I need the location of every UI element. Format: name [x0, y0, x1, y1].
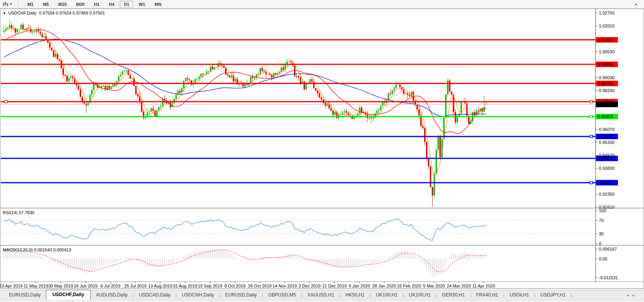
timeframe-button-m5[interactable]: M5: [39, 1, 53, 7]
date-tick-label[interactable]: 13 Aug 2019: [148, 284, 173, 288]
candle-body: [243, 84, 244, 87]
tab-ger30-h1[interactable]: GER30,H1: [437, 291, 470, 300]
candle-body: [32, 31, 33, 32]
level-price-tag-label: 0.96803: [597, 114, 613, 119]
date-tick-label[interactable]: 24 Mar 2020: [447, 284, 471, 288]
candle-body: [430, 167, 431, 187]
date-tick-label[interactable]: 9 Jan 2020: [348, 284, 370, 288]
candle-body: [378, 109, 380, 111]
date-tick-label[interactable]: 11 May 2019: [24, 284, 48, 288]
candle-body: [259, 68, 261, 75]
rsi-line: [4, 219, 486, 240]
tab-usdcnh-daily[interactable]: USDCNH,Daily: [177, 291, 219, 300]
macd-signal-line: [4, 249, 486, 272]
level-endpoint-marker[interactable]: [590, 182, 593, 184]
timeframe-button-m1[interactable]: M1: [24, 1, 37, 7]
tab-usdcad-daily[interactable]: USDCAD,Daily: [134, 291, 176, 300]
date-tick-label[interactable]: 25 Jul 2019: [124, 284, 147, 288]
candle-body: [392, 91, 393, 94]
tab-gbpusd-m5[interactable]: GBPUSD,M5: [263, 291, 301, 300]
tab-usdchf-daily[interactable]: USDCHF,Daily: [46, 290, 91, 300]
timeframe-button-mn[interactable]: MN: [151, 1, 165, 7]
candle-body: [290, 61, 292, 62]
candle-body: [139, 96, 140, 102]
candle-body: [62, 68, 64, 75]
date-tick-label[interactable]: 31 Aug 2019: [173, 284, 197, 288]
candle-body: [281, 67, 282, 72]
candle-body: [47, 40, 49, 43]
date-tick-label[interactable]: 23 Apr 2019: [0, 284, 23, 288]
candle-body: [451, 91, 452, 94]
timeframe-button-m30[interactable]: M30: [72, 1, 88, 7]
date-tick-label[interactable]: 8 Oct 2019: [224, 284, 246, 288]
timeframe-button-d1[interactable]: D1: [120, 1, 133, 7]
chart-window[interactable]: 1.012070.998000.987030.976580.968030.956…: [0, 9, 644, 289]
date-tick-label[interactable]: 3 Dec 2019: [299, 284, 321, 288]
candle-body: [13, 28, 15, 29]
scroll-up-icon[interactable]: ▲: [634, 2, 638, 6]
level-endpoint-marker[interactable]: [590, 115, 593, 118]
tab-eurusd-daily[interactable]: EURUSD,Daily: [4, 291, 46, 300]
price-chart-svg[interactable]: 1.012070.998000.987030.976580.968030.956…: [0, 9, 644, 289]
candle-body: [110, 86, 112, 89]
candle-body: [225, 68, 227, 75]
candle-body: [55, 54, 57, 57]
level-endpoint-marker[interactable]: [590, 135, 593, 138]
candle-body: [114, 84, 116, 85]
timeframe-button-h1[interactable]: H1: [90, 1, 103, 7]
timeframe-button-w1[interactable]: W1: [135, 1, 149, 7]
symbol-dropdown-icon[interactable]: ▼: [3, 11, 6, 15]
date-tick-label[interactable]: 30 May 2019: [48, 284, 73, 288]
date-tick-label[interactable]: 14 Nov 2019: [272, 284, 297, 288]
date-tick-label[interactable]: 18 Jun 2019: [74, 284, 98, 288]
tab-hk50-h1[interactable]: HK50,H1: [340, 291, 370, 300]
tab-uk100-h1-2[interactable]: UK100,H1: [404, 291, 436, 300]
candle-body: [346, 111, 347, 113]
candle-body: [252, 77, 254, 78]
date-tick-label[interactable]: 26 Oct 2019: [248, 284, 272, 288]
date-tick-label[interactable]: 11 Apr 2020: [472, 284, 495, 288]
tab-scroll-arrows[interactable]: ◂▸: [627, 293, 639, 297]
level-endpoint-marker[interactable]: [5, 100, 7, 103]
candle-body: [288, 61, 290, 62]
candle-body: [210, 67, 212, 71]
tab-usoil-h1[interactable]: USOil,H1: [504, 291, 534, 300]
date-tick-label[interactable]: 21 Dec 2019: [322, 284, 347, 288]
date-tick-label[interactable]: 28 Jan 2020: [372, 284, 396, 288]
date-tick-label[interactable]: 6 Jul 2019: [100, 284, 120, 288]
candle-body: [296, 76, 297, 76]
candle-body: [332, 110, 334, 115]
chart-symbol-label: USDCHF,Daily: [8, 11, 36, 15]
level-price-tag-label: 0.98703: [597, 81, 613, 86]
tab-eurusd-daily-2[interactable]: EURUSD,Daily: [220, 291, 262, 300]
candle-body: [370, 117, 372, 118]
timeframe-button-h4[interactable]: H4: [105, 1, 118, 7]
candle-body: [344, 111, 345, 112]
candle-body: [304, 82, 305, 89]
candle-body: [434, 174, 435, 196]
price-tick-label: 1.02750: [599, 11, 615, 15]
tab-uk100-h1[interactable]: UK100,H1: [371, 291, 403, 300]
date-tick-label[interactable]: 19 Sep 2019: [198, 284, 222, 288]
candle-body: [269, 74, 271, 75]
date-tick-label[interactable]: 15 Feb 2020: [397, 284, 421, 288]
timeframe-button-m15[interactable]: M15: [54, 1, 70, 7]
rsi-tick-label: 70: [599, 218, 604, 223]
candle-body: [436, 150, 437, 174]
candle-body: [321, 98, 322, 100]
candle-body: [80, 89, 81, 97]
candle-body: [91, 90, 93, 95]
date-tick-label[interactable]: 5 Mar 2020: [423, 284, 445, 288]
candle-body: [369, 118, 370, 118]
toolbar-grip-handle[interactable]: [18, 1, 20, 7]
candle-body: [449, 80, 451, 91]
tab-xauusd-h1[interactable]: XAUUSD,H1: [302, 291, 339, 300]
tab-fra40-h1[interactable]: FRA40,H1: [471, 291, 503, 300]
candle-body: [271, 75, 273, 77]
candle-body: [265, 72, 267, 75]
tab-audusd-daily[interactable]: AUDUSD,Daily: [91, 291, 133, 300]
candle-body: [130, 75, 131, 78]
level-endpoint-marker[interactable]: [590, 100, 593, 103]
tab-usdjpy-h1[interactable]: USDJPY,H1: [535, 291, 571, 300]
chart-type-dropdown-button[interactable]: ▼: [2, 1, 14, 7]
